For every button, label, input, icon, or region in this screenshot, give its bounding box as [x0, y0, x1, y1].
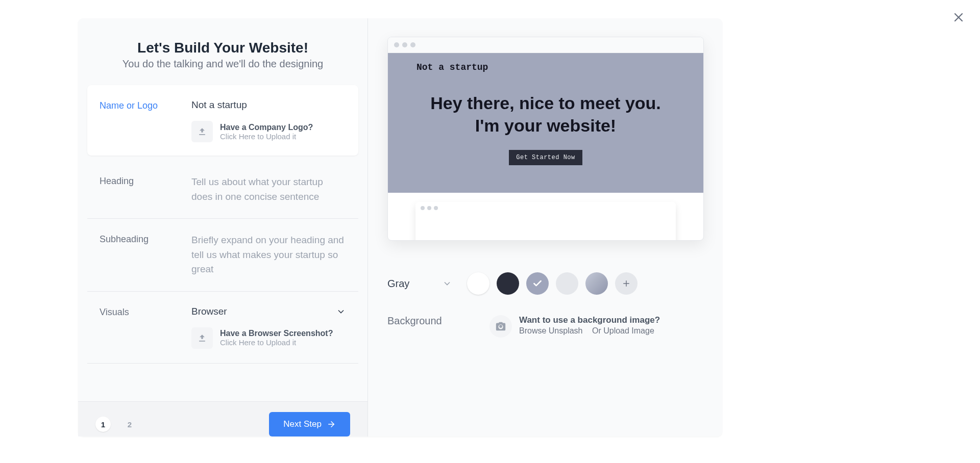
upload-icon: [191, 121, 213, 142]
heading-placeholder: Tell us about what your startup does in …: [191, 175, 346, 204]
hero-line-2: I'm your website!: [388, 114, 703, 137]
section-visuals[interactable]: Visuals Browser Have a Browser Screen: [87, 292, 358, 364]
step-2[interactable]: 2: [122, 417, 137, 432]
visuals-value: Browser: [191, 306, 227, 317]
swatch-add[interactable]: [615, 272, 638, 295]
arrow-right-icon: [327, 420, 336, 429]
window-controls: [388, 37, 703, 53]
upload-logo-title: Have a Company Logo?: [220, 123, 313, 132]
step-indicator: 1 2: [95, 417, 137, 432]
browse-unsplash-link[interactable]: Browse Unsplash: [519, 326, 583, 335]
chevron-down-icon: [442, 278, 452, 289]
next-step-label: Next Step: [283, 419, 322, 429]
site-preview: Not a startup Hey there, nice to meet yo…: [387, 37, 704, 241]
color-scheme-select[interactable]: Gray: [387, 278, 452, 290]
preview-cta: Get Started Now: [509, 150, 582, 165]
color-scheme-value: Gray: [387, 278, 409, 290]
preview-brand: Not a startup: [416, 62, 488, 72]
upload-screenshot-sub: Click Here to Upload it: [220, 338, 333, 347]
label-name-logo: Name or Logo: [100, 99, 191, 142]
swatch-dark[interactable]: [497, 272, 519, 295]
swatch-gradient[interactable]: [585, 272, 608, 295]
upload-logo-sub: Click Here to Upload it: [220, 132, 313, 141]
upload-screenshot[interactable]: Have a Browser Screenshot? Click Here to…: [191, 327, 346, 349]
label-visuals: Visuals: [100, 306, 191, 349]
swatch-gray-selected[interactable]: [526, 272, 549, 295]
section-subheading[interactable]: Subheading Briefly expand on your headin…: [87, 219, 358, 292]
plus-icon: [622, 279, 631, 288]
upload-image-link[interactable]: Or Upload Image: [592, 326, 654, 335]
step-1[interactable]: 1: [95, 417, 111, 432]
subheading-placeholder: Briefly expand on your heading and tell …: [191, 233, 346, 277]
check-icon: [532, 278, 543, 289]
chevron-down-icon: [336, 306, 346, 317]
preview-inner-window: [415, 202, 676, 241]
next-step-button[interactable]: Next Step: [269, 412, 350, 436]
background-label: Background: [387, 315, 489, 327]
background-row: Background Want to use a background imag…: [387, 315, 704, 338]
label-subheading: Subheading: [100, 233, 191, 277]
name-value[interactable]: Not a startup: [191, 99, 346, 111]
label-heading: Heading: [100, 175, 191, 204]
color-row: Gray: [387, 272, 704, 295]
color-swatches: [467, 272, 638, 295]
page-title: Let's Build Your Website!: [90, 40, 355, 56]
form-panel: Let's Build Your Website! You do the tal…: [78, 18, 368, 436]
visuals-select[interactable]: Browser: [191, 306, 346, 317]
upload-icon: [191, 327, 213, 349]
builder-modal: Let's Build Your Website! You do the tal…: [78, 18, 722, 436]
upload-logo[interactable]: Have a Company Logo? Click Here to Uploa…: [191, 121, 346, 142]
section-name-logo[interactable]: Name or Logo Not a startup Have a Compan…: [87, 85, 358, 156]
page-subtitle: You do the talking and we'll do the desi…: [90, 58, 355, 70]
wizard-footer: 1 2 Next Step: [78, 401, 368, 436]
hero-area: Not a startup Hey there, nice to meet yo…: [388, 53, 703, 193]
hero-line-1: Hey there, nice to meet you.: [388, 92, 703, 114]
header: Let's Build Your Website! You do the tal…: [78, 18, 368, 85]
background-question: Want to use a background image?: [519, 315, 662, 325]
swatch-light-gray[interactable]: [556, 272, 578, 295]
camera-icon: [489, 315, 512, 338]
upload-screenshot-title: Have a Browser Screenshot?: [220, 329, 333, 338]
section-heading[interactable]: Heading Tell us about what your startup …: [87, 161, 358, 219]
swatch-white[interactable]: [467, 272, 489, 295]
preview-panel: Not a startup Hey there, nice to meet yo…: [368, 18, 722, 436]
close-icon[interactable]: [951, 10, 966, 24]
